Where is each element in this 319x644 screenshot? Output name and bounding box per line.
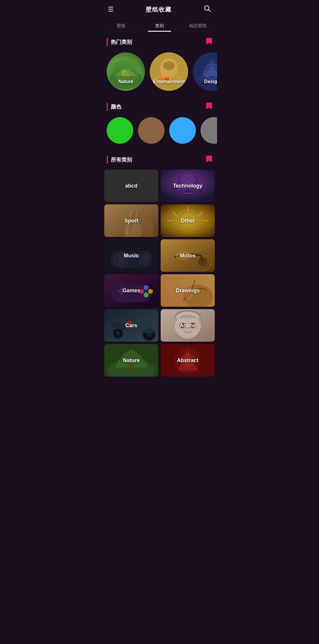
hot-categories-header: 热门类别 (102, 32, 217, 49)
svg-line-1 (209, 10, 210, 12)
category-technology-label: Technology (173, 183, 203, 189)
all-categories-bookmark[interactable] (206, 155, 212, 164)
category-cars-label: Cars (125, 322, 137, 329)
tab-live-wallpaper[interactable]: 动态壁纸 (179, 19, 217, 32)
category-extra1[interactable]: Nature (104, 344, 158, 377)
section-header-left: 热门类别 (107, 38, 132, 46)
hot-categories-title: 热门类别 (111, 38, 132, 46)
search-icon[interactable] (204, 5, 211, 14)
category-music-label: Music (124, 253, 139, 259)
circle-entertainment-label: Entertainment (150, 79, 188, 84)
category-technology[interactable]: Technology (161, 170, 215, 202)
all-categories-title: 所有类别 (111, 156, 132, 163)
colors-bookmark[interactable] (206, 102, 212, 111)
hot-categories-scroll: Nature Entertainment (102, 49, 217, 97)
colors-section-bar (107, 103, 108, 111)
category-abcd[interactable]: abcd (104, 170, 158, 202)
color-blue[interactable] (169, 117, 196, 144)
category-games-label: Games (122, 288, 140, 294)
category-abcd-label: abcd (125, 183, 137, 189)
category-other-label: Other (180, 218, 195, 224)
category-extra2[interactable]: Abstract (161, 344, 215, 377)
tab-categories[interactable]: 类别 (140, 19, 179, 32)
category-other[interactable]: Other (161, 204, 215, 237)
colors-header: 颜色 (102, 97, 217, 114)
circle-design[interactable]: Design (193, 52, 217, 91)
category-drawings-label: Drawings (176, 288, 200, 294)
category-anime-label: Anime (180, 322, 196, 329)
tab-wallpaper[interactable]: 壁纸 (102, 19, 140, 32)
menu-icon[interactable]: ☰ (108, 6, 114, 13)
category-music[interactable]: Music (104, 239, 158, 272)
app-title: 壁纸收藏 (146, 6, 172, 14)
category-extra1-label: Nature (123, 357, 140, 364)
category-sport-label: Sport (124, 218, 138, 224)
category-anime[interactable]: Anime (161, 309, 215, 342)
color-brown[interactable] (138, 117, 165, 144)
category-games[interactable]: Games (104, 274, 158, 307)
category-motos[interactable]: Motos (161, 239, 215, 272)
tab-bar: 壁纸 类别 动态壁纸 (102, 19, 217, 32)
category-sport[interactable]: Sport (104, 204, 158, 237)
colors-title: 颜色 (111, 103, 121, 110)
category-extra2-label: Abstract (177, 357, 198, 364)
section-bar-accent (107, 38, 108, 46)
colors-header-left: 颜色 (107, 103, 121, 111)
color-green[interactable] (107, 117, 133, 144)
all-categories-bar (107, 156, 108, 164)
category-drawings[interactable]: Drawings (161, 274, 215, 307)
category-cars[interactable]: Cars (104, 309, 158, 342)
circle-nature[interactable]: Nature (107, 52, 145, 91)
circle-design-label: Design (193, 79, 217, 84)
all-categories-header-left: 所有类别 (107, 156, 132, 164)
color-gray[interactable] (201, 117, 217, 144)
category-motos-label: Motos (180, 253, 196, 259)
categories-grid: abcd Technology (102, 167, 217, 379)
hot-categories-bookmark[interactable] (206, 37, 212, 46)
color-circles-scroll (102, 114, 217, 150)
app-header: ☰ 壁纸收藏 (102, 0, 217, 19)
circle-entertainment[interactable]: Entertainment (150, 52, 188, 91)
circle-nature-label: Nature (107, 79, 145, 84)
svg-point-8 (163, 61, 175, 70)
all-categories-header: 所有类别 (102, 150, 217, 167)
